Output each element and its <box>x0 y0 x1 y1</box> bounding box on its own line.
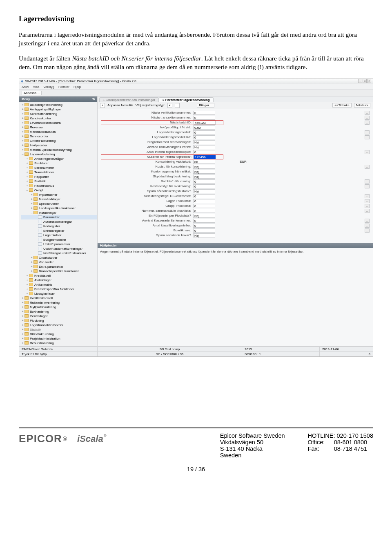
field-value[interactable]: 0 <box>193 179 215 184</box>
expand-toggle[interactable]: + <box>21 139 24 142</box>
field-value[interactable]: 0 <box>193 111 215 115</box>
expand-toggle[interactable]: + <box>30 265 33 268</box>
browse-button[interactable]: … <box>365 179 370 184</box>
nav-item[interactable]: Enhetsregister <box>21 228 97 233</box>
field-value[interactable]: Nej <box>193 175 215 179</box>
expand-toggle[interactable]: + <box>25 162 29 165</box>
nav-item[interactable]: +Projektadministration <box>21 336 97 341</box>
nav-item[interactable]: +Plockning <box>21 318 97 323</box>
field-value[interactable]: 0 <box>193 228 215 233</box>
maximize-button[interactable]: □ <box>363 79 367 83</box>
expand-toggle[interactable]: + <box>21 135 24 138</box>
nav-item[interactable]: +Resurshantering <box>21 341 97 345</box>
expand-toggle[interactable]: + <box>25 184 29 187</box>
field-value[interactable]: 0 <box>193 219 215 223</box>
expand-toggle[interactable]: + <box>21 328 24 331</box>
nav-item[interactable]: +Rabatt/Bonus <box>21 184 97 188</box>
expand-toggle[interactable]: + <box>25 175 29 178</box>
browse-button[interactable]: … <box>365 150 370 154</box>
nav-item[interactable]: –Inställningar <box>21 210 97 215</box>
field-value[interactable]: 456123 <box>194 121 216 125</box>
expand-toggle[interactable]: + <box>21 324 24 327</box>
nav-item[interactable]: +Centrallager <box>21 314 97 318</box>
expand-toggle[interactable]: + <box>21 319 24 322</box>
expand-toggle[interactable]: + <box>21 337 24 340</box>
nav-item[interactable]: +Lagertransaktionsorder <box>21 323 97 327</box>
nav-item[interactable]: +Massändringar <box>21 197 97 201</box>
expand-toggle[interactable]: + <box>30 270 33 273</box>
field-value[interactable]: Nej <box>193 140 215 144</box>
field-value[interactable]: Nej <box>193 170 215 174</box>
nav-item[interactable]: +Inköpsorder <box>21 143 97 148</box>
nav-item[interactable]: +Serviceorder <box>21 134 97 139</box>
nav-item[interactable]: +Anläggningstillgångar <box>21 107 97 112</box>
subtoolbar-expand[interactable]: « <box>100 103 105 108</box>
browse-button[interactable]: … <box>365 116 370 120</box>
tab-lagerredovisning[interactable]: 2 Parametrar lagerredovisning <box>159 97 214 102</box>
browse-button[interactable]: … <box>365 111 370 115</box>
field-value[interactable]: Nej <box>193 189 215 193</box>
expand-toggle[interactable]: + <box>25 166 29 169</box>
nav-item[interactable]: +Artikelmatris <box>21 282 97 287</box>
nav-item[interactable]: +Kvalitetskontroll <box>21 296 97 300</box>
expand-toggle[interactable]: + <box>30 202 33 205</box>
sidebar-collapse-icon[interactable]: ≪ <box>92 97 95 101</box>
expand-toggle[interactable]: + <box>21 112 24 115</box>
expand-toggle[interactable]: + <box>25 279 29 282</box>
field-value[interactable]: 0 <box>193 224 215 228</box>
menu-arkiv[interactable]: Arkiv <box>22 85 29 89</box>
expand-toggle[interactable]: + <box>25 157 29 160</box>
browse-button[interactable]: … <box>365 184 370 188</box>
nav-item[interactable]: Parametrar <box>21 215 97 219</box>
nav-item[interactable]: +Landsspecifika funktioner <box>21 206 97 210</box>
nav-item[interactable]: +Rullande inventering <box>21 300 97 305</box>
nav-item[interactable]: +Material-/produktionsstyrning <box>21 148 97 152</box>
expand-toggle[interactable]: + <box>21 103 24 106</box>
nav-item[interactable]: Inställningar utskrift strukturer <box>21 251 97 255</box>
nav-item[interactable]: Budgetmodeller <box>21 237 97 242</box>
field-value[interactable]: 0 <box>193 209 215 213</box>
nav-item[interactable]: Lagerplatser <box>21 233 97 237</box>
nav-item[interactable]: Kodregister <box>21 224 97 228</box>
expand-toggle[interactable]: + <box>30 261 33 264</box>
nav-item[interactable]: +Varukoder <box>21 260 97 264</box>
nav-item[interactable]: +Leverantörsreskontra <box>21 121 97 125</box>
nav-item[interactable]: –Övrigt <box>21 188 97 193</box>
expand-toggle[interactable]: + <box>21 148 24 151</box>
nav-item[interactable]: +Importrutiner <box>21 193 97 197</box>
browse-button[interactable]: … <box>365 204 370 208</box>
nav-item[interactable]: +Kredittabell <box>21 273 97 278</box>
field-value[interactable]: 0 <box>193 116 215 120</box>
menu-verktyg[interactable]: Verktyg <box>43 85 54 89</box>
expand-toggle[interactable]: + <box>21 310 24 313</box>
browse-button[interactable]: … <box>365 219 370 223</box>
expand-toggle[interactable]: + <box>21 144 24 147</box>
browse-button[interactable]: … <box>365 165 370 169</box>
minimize-button[interactable]: – <box>358 79 362 83</box>
field-value[interactable]: 0 <box>193 135 215 139</box>
nav-item[interactable]: +Serienummer <box>21 166 97 170</box>
nav-item[interactable]: +Order/Fakturering <box>21 139 97 143</box>
subtoolbar-next[interactable]: Nästa>> <box>354 103 370 107</box>
field-value[interactable]: 0 <box>193 130 215 134</box>
browse-button[interactable]: … <box>365 228 370 233</box>
expand-toggle[interactable]: + <box>21 126 24 129</box>
nav-item[interactable]: +Strukturer <box>21 161 97 166</box>
field-value[interactable]: Nej <box>193 214 215 218</box>
subtoolbar-dropdown[interactable]: ▾ <box>167 103 172 108</box>
field-value[interactable]: 0 <box>193 194 215 198</box>
field-value[interactable]: Nej <box>193 145 215 149</box>
nav-item[interactable]: +Rapporter <box>21 175 97 179</box>
field-value[interactable]: 0 <box>193 204 215 208</box>
field-value[interactable]: 00 <box>193 160 215 164</box>
expand-toggle[interactable]: + <box>21 121 24 124</box>
browse-button[interactable]: … <box>365 135 370 139</box>
nav-item[interactable]: +Reverser <box>21 125 97 130</box>
expand-toggle[interactable]: + <box>25 283 29 286</box>
nav-item[interactable]: +Branschspecifika funktioner <box>21 287 97 291</box>
nav-tree[interactable]: +Bokföring/Redovisning+Anläggningstillgå… <box>19 102 97 346</box>
expand-toggle[interactable]: + <box>21 315 24 318</box>
expand-toggle[interactable]: + <box>21 297 24 300</box>
expand-toggle[interactable]: + <box>25 180 29 183</box>
nav-item[interactable]: +Bokföring/Redovisning <box>21 103 97 107</box>
